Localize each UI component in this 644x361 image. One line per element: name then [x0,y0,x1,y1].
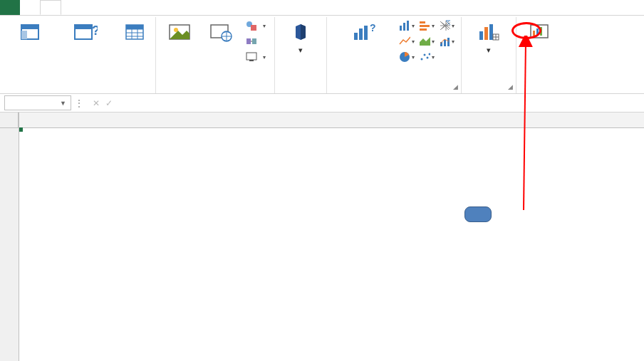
svg-rect-20 [252,38,256,44]
screenshot-button[interactable]: ▾ [243,50,270,64]
combo-chart-button[interactable]: ▾ [438,34,457,48]
power-view-icon [527,20,551,44]
area-chart-button[interactable]: ▾ [418,34,437,48]
line-chart-button[interactable]: ▾ [398,34,417,48]
smartart-button[interactable] [243,34,270,48]
apps-for-office-icon [289,20,313,44]
pivottable-button[interactable] [7,19,53,47]
svg-rect-18 [251,25,256,31]
pie-chart-button[interactable]: ▾ [398,50,417,64]
pivotchart-icon [477,20,501,44]
spreadsheet-grid [0,113,644,361]
screenshot-icon [246,51,257,63]
svg-text:?: ? [92,23,98,38]
svg-rect-27 [400,26,402,31]
select-all-corner[interactable] [0,113,19,128]
cancel-icon[interactable]: ✕ [93,98,100,108]
group-reports [516,17,562,93]
name-box[interactable]: ▼ [4,95,71,110]
svg-rect-23 [354,33,358,40]
svg-rect-4 [75,25,92,29]
ribbon-insert: ? ▾ [0,16,644,94]
group-illustrations: ▾ ▾ [156,17,275,93]
scatter-chart-button[interactable]: ▾ [418,50,437,64]
shapes-button[interactable]: ▾ [243,19,270,33]
tab-home[interactable] [20,0,40,15]
svg-rect-41 [444,40,446,46]
svg-point-44 [421,58,423,61]
enter-icon[interactable]: ✓ [105,98,113,108]
table-icon [123,20,147,44]
tab-developer[interactable] [161,0,181,15]
column-chart-button[interactable]: ▾ [398,19,417,33]
recommended-pivottables-icon: ? [73,20,98,44]
tab-review[interactable] [121,0,141,15]
online-pictures-icon [209,20,233,44]
tab-insert[interactable] [40,0,61,15]
charts-dialog-launcher[interactable]: ◢ [451,83,459,92]
svg-point-45 [424,54,426,56]
svg-text:?: ? [370,22,375,33]
tab-page-layout[interactable] [61,0,81,15]
group-tables: ? [3,17,156,93]
table-button[interactable] [118,19,151,47]
smartart-icon [246,36,257,47]
pictures-icon [167,20,192,44]
svg-point-46 [427,57,429,59]
apps-for-office-button[interactable]: ▾ [279,19,322,56]
svg-rect-48 [479,31,483,40]
svg-rect-12 [126,25,143,29]
svg-rect-49 [484,27,488,40]
shapes-icon [246,20,257,31]
svg-rect-24 [359,28,363,40]
pivottable-icon [18,20,42,44]
power-view-button[interactable] [521,19,558,47]
bar-chart-button[interactable]: ▾ [418,19,437,33]
svg-rect-1 [21,25,38,29]
tab-file[interactable] [0,0,20,15]
pivotchart-dialog-launcher[interactable]: ◢ [506,83,514,92]
svg-rect-22 [249,60,254,61]
svg-rect-31 [420,25,430,27]
svg-rect-50 [489,24,493,40]
stock-chart-button[interactable]: ▾ [438,19,457,33]
recommended-pivottables-button[interactable]: ? [56,19,115,47]
tab-data[interactable] [101,0,121,15]
tab-formulas[interactable] [81,0,101,15]
svg-rect-21 [246,53,256,60]
group-pivotchart: ▾ ◢ [462,17,516,93]
svg-rect-28 [403,23,405,31]
tab-view[interactable] [141,0,161,15]
annotation-callout [464,206,492,222]
recommended-charts-button[interactable]: ? [331,19,395,47]
svg-rect-42 [447,38,450,46]
svg-rect-32 [420,28,427,31]
svg-rect-55 [540,27,542,36]
svg-rect-30 [420,21,425,23]
svg-rect-54 [536,28,539,36]
svg-rect-19 [246,38,251,44]
group-apps: ▾ [275,17,327,93]
svg-rect-29 [407,21,409,31]
pivotchart-button[interactable]: ▾ [466,19,511,56]
pictures-button[interactable] [160,19,199,47]
tab-bar [0,0,644,16]
online-pictures-button[interactable] [202,19,240,47]
group-charts: ? ▾ ▾ ▾ ▾ ▾ ▾ ▾ ▾ ◢ [327,17,462,93]
recommended-charts-icon: ? [351,20,375,44]
svg-rect-53 [533,31,535,36]
formula-input[interactable] [124,94,644,112]
svg-rect-25 [364,26,368,40]
svg-rect-2 [21,31,27,39]
formula-bar: ▼ ⋮ ✕ ✓ [0,94,644,113]
